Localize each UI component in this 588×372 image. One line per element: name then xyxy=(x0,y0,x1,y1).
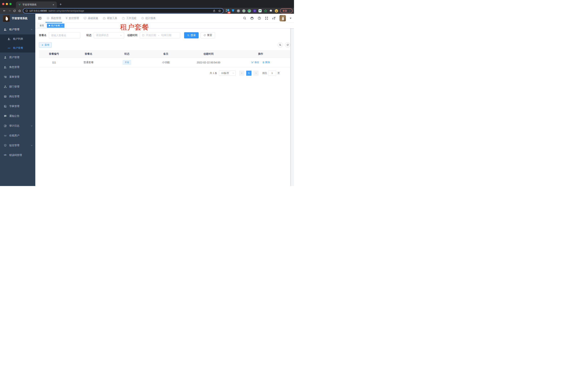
share-icon[interactable] xyxy=(213,10,216,12)
delete-link[interactable]: 删除 xyxy=(262,61,270,64)
extension-purple-shield-icon[interactable] xyxy=(253,9,256,12)
top-nav-dev-tools[interactable]: 研发工具 xyxy=(100,14,119,23)
fullscreen-icon[interactable] xyxy=(265,16,268,20)
home-button[interactable] xyxy=(17,8,22,13)
toggle-search-button[interactable] xyxy=(278,43,283,47)
page-content: 套餐名 状态 请选择状态 创建时间 xyxy=(35,28,290,186)
top-nav-payment-management[interactable]: ¥ 支付管理 xyxy=(63,14,81,23)
github-icon[interactable] xyxy=(250,16,254,20)
add-button[interactable]: 新增 xyxy=(39,42,52,48)
yen-icon: ¥ xyxy=(66,17,67,20)
code-icon: </> xyxy=(4,154,7,157)
sidebar-item-department-management[interactable]: 部门管理 xyxy=(0,82,35,92)
top-nav-infrastructure[interactable]: 基础设施 xyxy=(81,14,100,23)
top-nav-system-management[interactable]: 系统管理 xyxy=(44,14,63,23)
column-header-actions: 操作 xyxy=(231,50,290,58)
sidebar-item-tenant-package[interactable]: 租户套餐 xyxy=(0,43,35,53)
sidebar-item-label: 菜单管理 xyxy=(9,75,19,79)
top-nav-label: 研发工具 xyxy=(107,17,117,20)
sidebar-item-menu-management[interactable]: 菜单管理 xyxy=(0,72,35,82)
sidebar-submenu-tenant: 租户列表 租户套餐 xyxy=(0,34,35,53)
extensions-puzzle-icon[interactable] xyxy=(269,9,273,12)
org-tree-icon xyxy=(4,85,7,88)
more-vert-icon[interactable]: ⋮ xyxy=(289,10,291,12)
browser-tab[interactable]: 芋道管理系统 × xyxy=(16,1,57,8)
chevron-right-icon xyxy=(255,72,257,74)
font-size-icon[interactable] xyxy=(272,17,276,20)
minimize-window-button[interactable] xyxy=(6,3,8,5)
goto-page-input[interactable] xyxy=(268,71,276,76)
user-avatar[interactable] xyxy=(280,15,286,21)
extension-y-icon[interactable]: y xyxy=(247,9,251,12)
sidebar-item-label: 在线用户 xyxy=(9,134,19,137)
sidebar-item-dict-management[interactable]: 字典管理 xyxy=(0,101,35,111)
prev-page-button[interactable] xyxy=(239,71,244,76)
sidebar-item-label: 角色管理 xyxy=(9,65,19,69)
tag-close-icon[interactable]: × xyxy=(61,24,63,27)
url-bar[interactable]: 127.0.0.1:48080 /admin-ui/system/tenant/… xyxy=(23,8,224,13)
back-button[interactable] xyxy=(2,8,7,13)
sidebar-collapse-icon[interactable] xyxy=(35,16,44,20)
search-button-label: 搜索 xyxy=(191,34,196,37)
extension-command-icon[interactable] xyxy=(237,9,240,12)
avatar-dropdown-caret-icon[interactable] xyxy=(290,18,292,19)
extension-emoji-icon[interactable] xyxy=(275,9,278,12)
refresh-icon xyxy=(203,34,206,37)
sidebar-item-user-management[interactable]: 用户管理 xyxy=(0,53,35,62)
reset-button[interactable]: 重置 xyxy=(200,32,215,38)
page-size-select[interactable]: 10条/页 xyxy=(219,71,236,76)
header-right-tools xyxy=(243,15,294,21)
maximize-window-button[interactable] xyxy=(10,3,11,5)
tag-label: 租户套餐 xyxy=(51,24,60,27)
extension-green-dot-icon[interactable] xyxy=(242,9,245,12)
help-icon[interactable] xyxy=(258,16,261,20)
column-header-package-name: 套餐名 xyxy=(69,50,108,58)
sidebar-item-tenant-management[interactable]: 租户管理 xyxy=(0,25,35,34)
sidebar-logo-row[interactable]: 芋道管理系统 xyxy=(0,14,35,23)
new-tab-button[interactable]: + xyxy=(58,2,63,7)
extensions-row: 10 y xyxy=(225,9,279,12)
sidebar-item-audit-log[interactable]: 审计日志 xyxy=(0,121,35,131)
edit-link[interactable]: 修改 xyxy=(252,61,259,64)
tag-home[interactable]: 首页 xyxy=(38,23,46,28)
tab-title: 芋道管理系统 xyxy=(22,3,50,6)
sidebar-item-error-code-management[interactable]: </> 错误码管理 xyxy=(0,150,35,160)
cell-package-name: 普通套餐 xyxy=(69,58,108,67)
tag-label: 首页 xyxy=(40,24,44,27)
status-label: 状态 xyxy=(86,34,91,37)
package-name-input[interactable] xyxy=(51,34,78,37)
browser-update-button[interactable]: 更新 ⋮ xyxy=(280,8,293,13)
cell-actions: 修改 删除 xyxy=(231,58,290,67)
site-info-icon[interactable] xyxy=(25,10,28,12)
tag-tenant-package[interactable]: 租户套餐 × xyxy=(47,23,64,28)
app-header: 系统管理 ¥ 支付管理 基础设施 xyxy=(35,14,294,23)
status-select[interactable]: 请选择状态 xyxy=(94,32,124,38)
extension-green-chat-icon[interactable] xyxy=(258,9,262,12)
user-icon xyxy=(4,56,7,59)
sidebar-item-post-management[interactable]: 岗位管理 xyxy=(0,92,35,101)
date-range-picker[interactable]: 开始日期 - 结束日期 xyxy=(140,32,180,38)
next-page-button[interactable] xyxy=(253,71,259,76)
sidebar-item-role-management[interactable]: 角色管理 xyxy=(0,62,35,72)
sidebar-item-tenant-list[interactable]: 租户列表 xyxy=(0,34,35,43)
top-nav-statistics-report[interactable]: 统计报表 xyxy=(139,14,158,23)
extension-green-star-icon[interactable] xyxy=(264,9,267,12)
reload-button[interactable] xyxy=(12,8,17,13)
top-nav-workflow[interactable]: 工作流程 xyxy=(119,14,139,23)
forward-button[interactable] xyxy=(7,8,12,13)
page-unit-label: 页 xyxy=(278,72,280,75)
scrollbar-gutter[interactable] xyxy=(290,28,294,186)
search-button[interactable]: 搜索 xyxy=(184,32,199,38)
edit-pencil-icon xyxy=(252,61,254,64)
bookmark-star-icon[interactable] xyxy=(218,10,221,12)
sidebar-item-online-users[interactable]: 在线用户 xyxy=(0,131,35,140)
refresh-table-button[interactable] xyxy=(285,43,290,47)
close-window-button[interactable] xyxy=(2,3,4,5)
page-number-1[interactable]: 1 xyxy=(246,71,252,76)
extension-shield-drop-icon[interactable] xyxy=(231,9,235,12)
sidebar-item-notice-announcement[interactable]: 通知公告 xyxy=(0,111,35,121)
search-icon[interactable] xyxy=(243,16,246,20)
extension-blue-diamond-icon[interactable]: 10 xyxy=(226,9,229,12)
tab-close-icon[interactable]: × xyxy=(52,3,55,6)
sidebar-item-sms-management[interactable]: 短信管理 xyxy=(0,140,35,150)
